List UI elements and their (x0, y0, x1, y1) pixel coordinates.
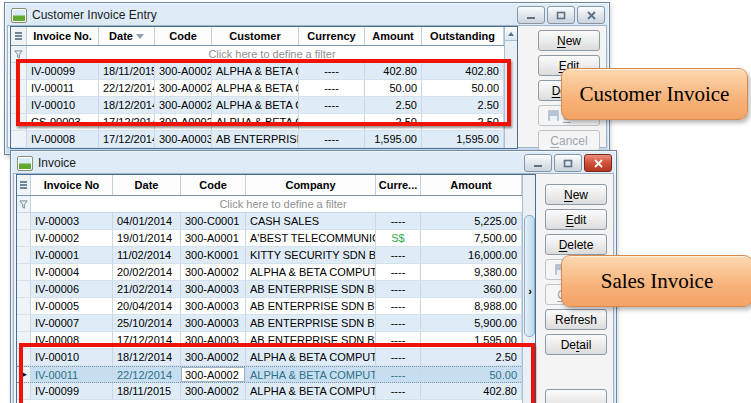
cell[interactable]: 360.00 (421, 281, 522, 297)
cell[interactable]: ALPHA & BETA C... (212, 63, 299, 79)
table-row[interactable]: IV-0000817/12/2014300-A0003AB ENTERPRISE… (17, 332, 535, 349)
cell[interactable]: IV-00004 (31, 264, 113, 280)
table-row[interactable]: IV-0000111/02/2014300-K0001KITTY SECURIT… (17, 247, 535, 264)
cell[interactable]: ALPHA & BETA C... (212, 97, 299, 113)
vertical-scrollbar[interactable] (504, 27, 517, 148)
cell[interactable]: ALPHA & BETA COMPUTER (246, 367, 376, 382)
cell[interactable]: IV-00010 (31, 349, 113, 365)
cell[interactable]: ---- (376, 281, 421, 297)
cancel-button[interactable]: Cancel (538, 130, 600, 151)
cell[interactable]: 22/12/2014 (99, 80, 155, 96)
cell[interactable]: 300-A0001 (181, 230, 246, 246)
cell[interactable]: 2.50 (421, 349, 522, 365)
cell[interactable]: 300-K0001 (181, 247, 246, 263)
cell[interactable]: A'BEST TELECOMMUNICATI... (246, 230, 376, 246)
column-header-date[interactable]: Date (113, 175, 181, 195)
cell[interactable]: ---- (376, 349, 421, 365)
cell[interactable]: 25/10/2014 (113, 315, 181, 331)
column-chooser-icon[interactable] (17, 175, 31, 195)
titlebar[interactable]: Customer Invoice Entry (7, 5, 607, 25)
delete-button[interactable]: Delete (545, 234, 607, 255)
cell[interactable]: 50.00 (365, 80, 422, 96)
column-header-code[interactable]: Code (155, 27, 212, 45)
maximize-button[interactable] (554, 154, 582, 172)
cell[interactable]: IV-00010 (27, 97, 99, 113)
cell[interactable]: 402.80 (421, 383, 522, 399)
column-header-date[interactable]: Date (99, 27, 155, 45)
column-header-amount[interactable]: Amount (365, 27, 422, 45)
cell[interactable]: 300-A0002 (155, 114, 212, 130)
cell[interactable]: 300-A0003 (181, 332, 246, 348)
column-header-customer[interactable]: Customer (212, 27, 299, 45)
column-header-invoice-no[interactable]: Invoice No (31, 175, 113, 195)
cell[interactable]: 300-A0002 (155, 80, 212, 96)
cell[interactable]: IV-00011 (31, 367, 113, 382)
cell[interactable]: 300-A0002 (155, 63, 212, 79)
cell[interactable]: 22/12/2014 (113, 367, 181, 382)
cell[interactable]: 04/01/2014 (113, 213, 181, 229)
cell[interactable]: 19/01/2014 (113, 230, 181, 246)
cell[interactable]: 300-A0003 (181, 315, 246, 331)
close-icon[interactable] (584, 154, 612, 172)
new-button[interactable]: New (545, 184, 607, 205)
cell[interactable]: 1,595.00 (421, 332, 522, 348)
cell[interactable]: ---- (299, 63, 365, 79)
column-header-amount[interactable]: Amount (421, 175, 522, 195)
cell[interactable]: ---- (376, 383, 421, 399)
cell[interactable]: ---- (376, 247, 421, 263)
cell[interactable]: 300-A0002 (181, 264, 246, 280)
table-row[interactable]: IV-0001018/12/2014300-A0002ALPHA & BETA … (17, 349, 535, 366)
cell[interactable]: CS-00003 (27, 114, 99, 130)
cell[interactable]: IV-00001 (31, 247, 113, 263)
cell[interactable]: 50.00 (422, 80, 504, 96)
scroll-up-button[interactable] (505, 27, 517, 41)
cell[interactable]: 1,595.00 (365, 131, 422, 147)
table-row[interactable]: IV-0000304/01/2014300-C0001CASH SALES---… (17, 213, 535, 230)
filter-hint-text[interactable]: Click here to define a filter (31, 196, 535, 212)
filter-row[interactable]: Click here to define a filter (17, 196, 535, 213)
cell[interactable]: IV-00006 (31, 281, 113, 297)
cell[interactable]: 2.50 (422, 97, 504, 113)
cell[interactable]: ---- (299, 80, 365, 96)
titlebar[interactable]: Invoice (13, 153, 614, 173)
new-button[interactable]: New (538, 30, 600, 51)
cell[interactable]: ALPHA & BETA C... (212, 114, 299, 130)
cell[interactable]: 300-A0002 (181, 349, 246, 365)
table-row[interactable]: IV-0000621/02/2014300-A0003AB ENTERPRISE… (17, 281, 535, 298)
cell[interactable]: ---- (376, 332, 421, 348)
cell[interactable]: 17/12/2014 (99, 114, 155, 130)
cell[interactable]: 8,988.00 (421, 298, 522, 314)
table-row[interactable]: IV-0001018/12/2014300-A0002ALPHA & BETA … (11, 97, 517, 114)
cell[interactable]: IV-00007 (31, 315, 113, 331)
edit-button[interactable]: Edit (545, 209, 607, 230)
cell[interactable]: 402.80 (422, 63, 504, 79)
cell[interactable]: AB ENTERPRISE SDN BHD (246, 332, 376, 348)
table-row[interactable]: ▶IV-0001122/12/2014300-A0002ALPHA & BETA… (17, 366, 535, 383)
filter-hint-text[interactable]: Click here to define a filter (27, 46, 517, 62)
cell[interactable]: 16,000.00 (421, 247, 522, 263)
minimize-button[interactable] (517, 6, 545, 24)
cell[interactable]: 18/12/2014 (113, 349, 181, 365)
cell[interactable]: 300-A0002 (181, 367, 246, 382)
cell[interactable]: 5,225.00 (421, 213, 522, 229)
expander-arrow-icon[interactable]: › (528, 285, 532, 297)
column-header-invoice-no-[interactable]: Invoice No. (27, 27, 99, 45)
cell[interactable]: ---- (376, 315, 421, 331)
cell[interactable]: AB ENTERPRISE SDN BHD (246, 298, 376, 314)
cell[interactable]: AB ENTERPRISE SDN BHD (246, 315, 376, 331)
column-header-outstanding[interactable]: Outstanding (422, 27, 504, 45)
maximize-button[interactable] (547, 6, 575, 24)
cell[interactable]: IV-00005 (31, 298, 113, 314)
cell[interactable]: ---- (376, 298, 421, 314)
partial-button[interactable] (545, 389, 607, 403)
table-row[interactable]: IV-0009918/11/2015300-A0002ALPHA & BETA … (11, 63, 517, 80)
cell[interactable]: S$ (376, 230, 421, 246)
cell[interactable]: 2.50 (422, 114, 504, 130)
cell[interactable]: 21/02/2014 (113, 281, 181, 297)
cell[interactable]: ---- (376, 264, 421, 280)
cell[interactable]: 7,500.00 (421, 230, 522, 246)
refresh-button[interactable]: Refresh (545, 309, 607, 330)
cell[interactable]: ALPHA & BETA COMPUTER (246, 383, 376, 399)
cell[interactable]: ---- (376, 213, 421, 229)
column-header-curre-[interactable]: Curre... (376, 175, 421, 195)
